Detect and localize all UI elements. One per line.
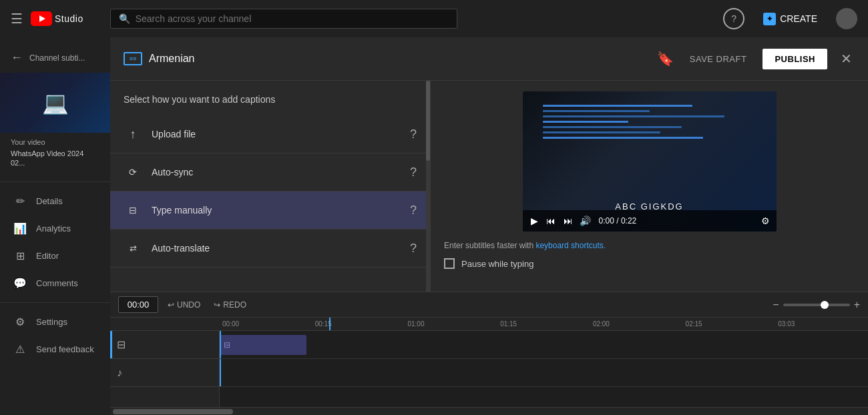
rewind-button[interactable]: ⏮: [545, 214, 557, 228]
close-button[interactable]: ✕: [838, 48, 855, 69]
settings-icon: ⚙: [13, 316, 27, 328]
scrollbar-thumb[interactable]: [113, 409, 233, 414]
autosync-label: Auto-sync: [152, 167, 410, 177]
autosync-help-icon[interactable]: ?: [410, 165, 417, 179]
undo-button[interactable]: ↩ UNDO: [164, 298, 204, 312]
autosync-icon: ⟳: [124, 163, 142, 181]
laptop-icon: 💻: [42, 90, 69, 115]
sidebar-back[interactable]: ← Channel subti...: [0, 43, 110, 73]
caption-option-autosync[interactable]: ⟳ Auto-sync ?: [110, 153, 430, 191]
caption-options-panel: Select how you want to add captions ↑ Up…: [110, 81, 431, 292]
avatar[interactable]: [836, 8, 857, 29]
publish-button[interactable]: PUBLISH: [763, 49, 827, 69]
video-settings-button[interactable]: ⚙: [761, 216, 770, 226]
audio-track-row: [220, 359, 868, 387]
help-button[interactable]: ?: [723, 8, 744, 29]
your-video-label: Your video: [0, 133, 110, 149]
timeline-ruler: 00:00 00:15 01:00 01:15 02:00 02:15 03:0…: [110, 318, 868, 331]
editor-label: Editor: [36, 251, 59, 261]
create-button[interactable]: ✦ CREATE: [755, 9, 825, 29]
subtitle-clip[interactable]: ⊟: [220, 335, 306, 355]
sidebar-item-comments[interactable]: 💬 Comments: [3, 270, 107, 296]
timeline-controls: ↩ UNDO ↪ REDO − +: [110, 292, 868, 318]
volume-button[interactable]: 🔊: [580, 216, 591, 226]
timeline-tracks: ⊟ ♪ ⊟: [110, 331, 868, 407]
topbar: ☰ Studio 🔍 ? ✦ CREATE: [0, 0, 868, 37]
save-draft-button[interactable]: SAVE DRAFT: [682, 50, 755, 68]
main-layout: ← Channel subti... 💻 Your video WhatsApp…: [0, 37, 868, 415]
comments-icon: 💬: [13, 277, 27, 290]
create-icon: ✦: [763, 13, 776, 25]
settings-label: Settings: [36, 317, 67, 327]
zoom-out-button[interactable]: −: [773, 299, 779, 311]
hint-text: Enter subtitles faster with: [444, 241, 533, 250]
clip-icon: ⊟: [224, 340, 230, 350]
code-line-3: [543, 115, 724, 117]
caption-option-upload[interactable]: ↑ Upload file ?: [110, 115, 430, 153]
redo-button[interactable]: ↪ REDO: [210, 298, 250, 312]
sidebar-item-settings[interactable]: ⚙ Settings: [3, 309, 107, 335]
time-separator: /: [616, 216, 621, 226]
topbar-right: ? ✦ CREATE: [723, 8, 857, 29]
timeline-line: [220, 331, 221, 358]
autotranslate-icon: ⇄: [124, 239, 142, 258]
pause-checkbox[interactable]: [444, 258, 455, 269]
sidebar-item-feedback[interactable]: ⚠ Send feedback: [3, 336, 107, 362]
video-title: WhatsApp Video 2024 02...: [0, 149, 110, 176]
search-bar: 🔍: [110, 9, 457, 29]
zoom-controls: − +: [773, 299, 860, 311]
video-controls: ▶ ⏮ ⏭ 🔊 0:00 / 0:22 ⚙: [523, 210, 777, 232]
autotranslate-label: Auto-translate: [152, 243, 410, 254]
keyboard-link[interactable]: keyboard shortcuts.: [535, 241, 606, 250]
ruler-mark-6: 03:03: [775, 320, 868, 328]
ruler-mark-3: 01:15: [497, 320, 590, 328]
channel-subtitle-label: Channel subti...: [29, 53, 85, 63]
search-input[interactable]: [136, 13, 449, 24]
sidebar-item-analytics[interactable]: 📊 Analytics: [3, 216, 107, 242]
code-line-4: [543, 121, 628, 123]
modal-dialog: ≡≡ Armenian 🔖 SAVE DRAFT PUBLISH ✕ Selec…: [110, 37, 868, 415]
undo-icon: ↩: [168, 300, 174, 310]
undo-label: UNDO: [177, 300, 200, 310]
code-lines-overlay: [543, 105, 756, 142]
details-icon: ✏: [13, 195, 27, 208]
hamburger-icon[interactable]: ☰: [11, 11, 23, 27]
search-wrap[interactable]: 🔍: [110, 9, 457, 29]
track-area: ⊟: [220, 331, 868, 407]
time-input[interactable]: [118, 296, 158, 313]
lang-icon-text: ≡≡: [130, 55, 137, 62]
bookmark-button[interactable]: 🔖: [657, 51, 674, 67]
youtube-logo: Studio: [31, 11, 83, 26]
sidebar-item-details[interactable]: ✏ Details: [3, 188, 107, 214]
ruler-mark-5: 02:15: [683, 320, 776, 328]
video-preview: ABC GIGKDG ▶ ⏮ ⏭ 🔊 0:00 / 0:22: [523, 91, 777, 232]
zoom-slider[interactable]: [783, 304, 850, 306]
upload-help-icon[interactable]: ?: [410, 127, 417, 141]
playhead-indicator: [329, 318, 331, 330]
type-manually-help-icon[interactable]: ?: [410, 203, 417, 218]
audio-track-icon: ♪: [117, 367, 122, 379]
type-manually-icon: ⊟: [124, 201, 142, 220]
help-icon: ?: [731, 13, 736, 24]
autotranslate-help-icon[interactable]: ?: [410, 242, 417, 256]
total-time: 0:22: [621, 216, 636, 226]
play-button[interactable]: ▶: [529, 214, 539, 228]
language-icon: ≡≡: [124, 52, 142, 65]
ruler-mark-2: 01:00: [405, 320, 497, 328]
studio-label: Studio: [55, 13, 83, 24]
zoom-in-button[interactable]: +: [854, 299, 860, 311]
comments-label: Comments: [36, 278, 78, 288]
caption-option-type-manually[interactable]: ⊟ Type manually ?: [110, 191, 430, 230]
timeline-line-2: [220, 359, 221, 386]
redo-label: REDO: [223, 300, 246, 310]
forward-button[interactable]: ⏭: [562, 214, 574, 228]
sidebar-item-editor[interactable]: ⊞ Editor: [3, 243, 107, 269]
thumb-inner: 💻: [0, 73, 110, 133]
feedback-icon: ⚠: [13, 343, 27, 356]
scroll-thumb[interactable]: [426, 81, 430, 161]
analytics-icon: 📊: [13, 222, 27, 235]
sidebar-divider-2: [0, 302, 110, 303]
caption-option-autotranslate[interactable]: ⇄ Auto-translate ?: [110, 230, 430, 268]
pause-label: Pause while typing: [461, 259, 533, 269]
content-area: ≡≡ Armenian 🔖 SAVE DRAFT PUBLISH ✕ Selec…: [110, 37, 868, 415]
